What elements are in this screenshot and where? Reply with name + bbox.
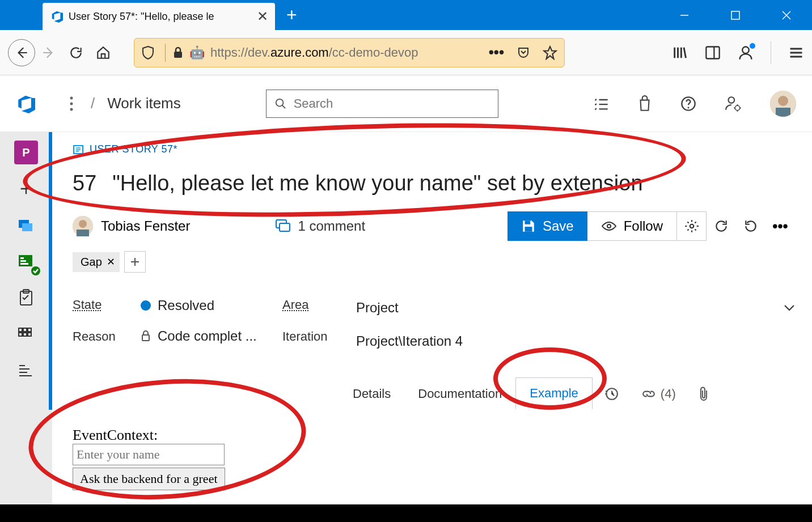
save-icon (521, 219, 536, 234)
greet-button[interactable]: Ask the backend for a greet (73, 468, 225, 490)
svg-rect-41 (77, 230, 89, 236)
search-input[interactable] (294, 96, 490, 111)
boards-nav-icon[interactable] (10, 209, 42, 241)
close-window-button[interactable] (761, 0, 812, 30)
svg-rect-44 (525, 220, 530, 224)
svg-point-15 (728, 97, 734, 103)
lock-icon (141, 330, 151, 342)
user-settings-icon[interactable] (725, 95, 742, 112)
assigned-to[interactable]: Tobias Fenster (73, 216, 190, 236)
more-actions-button[interactable]: ••• (766, 211, 795, 241)
page-actions-icon[interactable]: ••• (489, 44, 504, 61)
remove-tag-icon[interactable]: ✕ (107, 256, 115, 268)
account-icon[interactable] (738, 45, 754, 61)
azure-devops-logo-icon[interactable] (16, 94, 35, 113)
shield-icon (141, 45, 155, 60)
window-controls (659, 0, 812, 30)
app-menu-icon[interactable] (788, 45, 804, 61)
minimize-button[interactable] (659, 0, 710, 30)
area-value[interactable]: Project (356, 298, 795, 319)
tab-documentation[interactable]: Documentation (404, 379, 515, 409)
svg-rect-4 (174, 52, 182, 58)
marketplace-icon[interactable] (637, 95, 652, 112)
work-items-list-icon[interactable] (593, 96, 609, 112)
save-button[interactable]: Save (508, 211, 587, 241)
sprints-nav-icon[interactable] (10, 245, 42, 277)
svg-point-40 (79, 220, 87, 228)
address-bar[interactable]: 🤖 https://dev.azure.com/cc-demo-devop ••… (134, 38, 565, 67)
work-item-title[interactable]: "Hello, please let me know your name" se… (112, 171, 642, 196)
test-plans-nav-icon[interactable] (10, 282, 42, 313)
refresh-button[interactable] (707, 211, 736, 241)
svg-rect-31 (28, 328, 31, 332)
tab-close-icon[interactable]: ✕ (257, 9, 268, 24)
help-icon[interactable] (680, 96, 696, 112)
settings-button[interactable] (677, 211, 707, 241)
svg-point-7 (742, 46, 749, 53)
links-tab[interactable]: (4) (641, 387, 676, 401)
comments-link[interactable]: 1 comment (275, 218, 365, 234)
chevron-down-icon (784, 304, 795, 311)
history-icon[interactable] (604, 387, 619, 401)
tag-gap[interactable]: Gap✕ (73, 252, 120, 272)
svg-rect-45 (525, 227, 532, 232)
state-value[interactable]: Resolved (141, 298, 282, 313)
reason-label: Reason (73, 329, 141, 344)
azure-devops-favicon-icon (50, 10, 63, 23)
work-item-breadcrumb[interactable]: USER STORY 57* (73, 143, 795, 155)
azdo-header: / Work items (0, 75, 812, 132)
iteration-value[interactable]: Project\Iteration 4 (356, 333, 795, 349)
user-avatar[interactable] (770, 91, 796, 117)
name-input[interactable] (73, 444, 225, 465)
work-item-id: 57 (73, 171, 96, 196)
state-label: State (73, 298, 141, 312)
author-name: Tobias Fenster (101, 218, 190, 234)
revert-button[interactable] (736, 211, 766, 241)
bookmark-star-icon[interactable] (543, 45, 557, 60)
left-nav-rail: P (0, 132, 52, 504)
forward-button (35, 39, 62, 66)
state-dot-icon (141, 300, 151, 311)
project-badge[interactable]: P (10, 137, 42, 168)
extension-panel: EventContext: Ask the backend for a gree… (73, 427, 795, 490)
tab-example[interactable]: Example (515, 377, 593, 410)
svg-line-12 (282, 105, 285, 108)
reason-value[interactable]: Code complet ... (141, 328, 282, 344)
extension-label: EventContext: (73, 427, 795, 444)
reload-button[interactable] (62, 39, 90, 66)
svg-point-9 (70, 102, 73, 105)
new-item-button[interactable] (10, 173, 42, 205)
pocket-icon[interactable] (517, 46, 530, 60)
tab-title: User Story 57*: "Hello, please le (69, 11, 252, 23)
sidebar-icon[interactable] (705, 45, 721, 61)
comment-icon (275, 219, 292, 234)
svg-point-8 (70, 96, 73, 99)
tab-details[interactable]: Details (339, 379, 404, 409)
library-icon[interactable] (672, 45, 688, 61)
svg-rect-34 (28, 333, 31, 336)
org-menu-icon[interactable] (69, 96, 74, 112)
follow-button[interactable]: Follow (587, 211, 677, 241)
search-icon (274, 97, 287, 111)
svg-point-47 (690, 224, 693, 228)
browser-titlebar: User Story 57*: "Hello, please le ✕ + (0, 0, 812, 30)
work-item-type-label: USER STORY 57* (90, 143, 177, 155)
maximize-button[interactable] (710, 0, 761, 30)
search-box[interactable] (266, 90, 498, 118)
author-avatar (73, 216, 93, 236)
browser-tab[interactable]: User Story 57*: "Hello, please le ✕ (43, 3, 275, 30)
breadcrumb-work-items[interactable]: Work items (107, 95, 181, 112)
plans-nav-icon[interactable] (10, 354, 42, 386)
new-tab-button[interactable]: + (286, 5, 297, 26)
svg-point-10 (70, 108, 73, 111)
svg-rect-5 (706, 46, 719, 58)
work-item-form: USER STORY 57* 57 "Hello, please let me … (52, 132, 812, 504)
svg-rect-48 (142, 335, 149, 341)
add-tag-button[interactable] (124, 251, 146, 273)
home-button[interactable] (90, 39, 117, 66)
back-button[interactable] (8, 39, 35, 66)
svg-point-16 (735, 105, 740, 111)
attachment-icon[interactable] (699, 386, 710, 402)
queries-nav-icon[interactable] (10, 318, 42, 350)
lock-icon (172, 46, 184, 59)
